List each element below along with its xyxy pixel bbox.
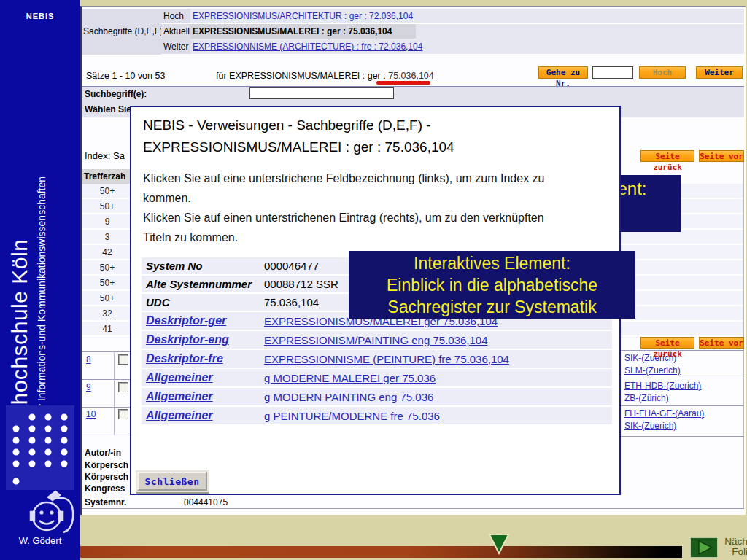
- group-divider: [621, 350, 744, 351]
- record-field-label: Körpersch: [85, 460, 128, 470]
- goto-number-button[interactable]: Gehe zu Nr.: [538, 66, 588, 79]
- record-number-link[interactable]: 10: [86, 409, 96, 419]
- close-button-plate: Schließen: [136, 470, 209, 492]
- field-value-link[interactable]: EXPRESSIONISM/PAINTING eng 75.036,104: [264, 334, 488, 346]
- author-name: W. Gödert: [0, 535, 80, 546]
- row-divider: [82, 407, 133, 408]
- field-label-link[interactable]: Deskriptor-eng: [146, 333, 229, 346]
- dialog-title-line2: EXPRESSIONISMUS/MALEREI : ger : 75.036,1…: [143, 136, 454, 158]
- dialog-title-line1: NEBIS - Verweisungen - Sachbegriffe (D,E…: [143, 114, 454, 136]
- smiley-robot-icon: [26, 489, 77, 538]
- sidebar: NEBIS Fachhochschule Köln Fakultät für I…: [0, 0, 80, 560]
- position-marker-down-icon: [487, 533, 511, 558]
- group-divider: [621, 405, 744, 406]
- table-row: Deskriptor-fre EXPRESSIONNISME (PEINTURE…: [142, 349, 612, 368]
- hit-count: 42: [82, 245, 133, 260]
- nav-key-column: Hoch Aktuell Weiter: [161, 9, 190, 55]
- org-title: Fachhochschule Köln: [5, 73, 34, 455]
- page-forward-button-top[interactable]: Seite vor: [699, 150, 744, 162]
- field-value-link[interactable]: g MODERNE MALEREI ger 75.036: [264, 372, 436, 384]
- nebis-logo: NEBIS: [0, 12, 80, 20]
- nav-link-hoch[interactable]: EXPRESSIONISMUS/ARCHITEKTUR : ger : 72.0…: [193, 11, 413, 21]
- library-link[interactable]: SIK-(Zuerich): [624, 421, 676, 431]
- dialog-instructions: Klicken Sie auf eine unterstrichene Feld…: [143, 168, 575, 247]
- group-divider: [621, 436, 744, 437]
- index-line: Index: Sa: [85, 150, 125, 161]
- record-divider: [82, 508, 744, 509]
- hit-count: 41: [82, 322, 133, 337]
- table-row: Allgemeiner g MODERNE MALEREI ger 75.036: [142, 368, 612, 387]
- group-divider: [621, 378, 744, 378]
- dots-icon: [6, 405, 74, 490]
- record-number-link[interactable]: 8: [86, 354, 91, 365]
- field-label-link[interactable]: Deskriptor-ger: [146, 314, 226, 327]
- library-link[interactable]: ZB-(Zürich): [624, 393, 669, 403]
- progress-gradient-bar: [80, 546, 682, 558]
- nav-key-weiter: Weiter: [161, 39, 190, 55]
- field-label-link[interactable]: Allgemeiner: [146, 371, 213, 384]
- nav-current-term: EXPRESSIONISMUS/MALEREI : ger : 75.036,1…: [190, 24, 416, 39]
- record-field-label: Kongress: [85, 483, 125, 494]
- field-label-link[interactable]: Deskriptor-fre: [146, 352, 223, 365]
- hit-count: 9: [82, 214, 133, 230]
- field-label-link[interactable]: Allgemeiner: [146, 390, 213, 402]
- next-slide-label-line1: Nächste: [718, 537, 747, 547]
- row-divider: [82, 379, 133, 380]
- close-button[interactable]: Schließen: [137, 472, 207, 491]
- table-row: Deskriptor-eng EXPRESSIONISM/PAINTING en…: [142, 330, 612, 349]
- library-link[interactable]: ETH-HDB-(Zuerich): [624, 381, 701, 391]
- field-value-link[interactable]: g PEINTURE/MODERNE fre 75.036: [264, 410, 440, 422]
- annotation-line: Sachregister zur Systematik: [349, 296, 635, 318]
- record-field-label: Systemnr.: [85, 497, 126, 508]
- hit-count: 50+: [82, 291, 133, 306]
- dialog-title: NEBIS - Verweisungen - Sachbegriffe (D,E…: [143, 114, 454, 158]
- next-slide-label[interactable]: Nächste Folie: [718, 537, 747, 557]
- page-forward-button-bottom[interactable]: Seite vor: [699, 337, 744, 349]
- result-context-prefix: für EXPRESSIONISMUS/MALEREI : ger :: [216, 71, 386, 81]
- annotation-line: Einblick in die alphabetische: [349, 274, 635, 296]
- library-link[interactable]: FH-FHA-GE-(Aarau): [624, 408, 704, 419]
- next-slide-button[interactable]: [690, 537, 718, 560]
- next-slide-label-line2: Folie: [718, 547, 747, 557]
- hit-count: 50+: [82, 199, 133, 214]
- search-row: Suchbegriff(e):: [82, 86, 744, 102]
- field-label: System No: [142, 257, 260, 275]
- page-back-button-bottom[interactable]: Seite zurück: [640, 337, 694, 349]
- hit-count: 50+: [82, 184, 133, 199]
- nav-key-aktuell: Aktuell: [161, 24, 190, 39]
- nav-value-column: EXPRESSIONISMUS/ARCHITEKTUR : ger : 72.0…: [190, 9, 744, 55]
- search-input[interactable]: [249, 87, 394, 99]
- hit-count: 3: [82, 230, 133, 245]
- red-underline-annotation: [376, 81, 430, 85]
- record-checkbox[interactable]: [118, 382, 128, 392]
- field-label: UDC: [142, 293, 260, 311]
- weiter-button[interactable]: Weiter: [696, 66, 743, 79]
- field-label: Alte Systemnummer: [142, 275, 260, 293]
- scope-label: Sachbegriffe (D,E,F): [82, 9, 161, 55]
- field-value-link[interactable]: EXPRESSIONNISME (PEINTURE) fre 75.036,10…: [264, 353, 509, 365]
- nav-link-weiter[interactable]: EXPRESSIONNISME (ARCHITECTURE) : fre : 7…: [193, 42, 422, 52]
- search-label: Suchbegriff(e):: [82, 87, 744, 102]
- instruction-text: Klicken Sie auf einen unterstrichenen Ei…: [143, 208, 575, 247]
- table-right-border: [743, 150, 744, 509]
- result-context: für EXPRESSIONISMUS/MALEREI : ger : 75.0…: [216, 71, 434, 81]
- record-field-label: Autor/-in: [85, 448, 121, 458]
- table-row: Allgemeiner g MODERN PAINTING eng 75.036: [142, 387, 612, 406]
- library-link[interactable]: SLM-(Zuerich): [624, 365, 681, 376]
- org-subtitle: Fakultät für Informations-und Kommunikat…: [34, 73, 49, 455]
- goto-number-input[interactable]: [592, 66, 633, 79]
- record-number-link[interactable]: 9: [86, 382, 91, 392]
- hits-header: Trefferzah: [82, 169, 133, 184]
- column-divider: [114, 351, 115, 435]
- field-label-link[interactable]: Allgemeiner: [146, 409, 213, 421]
- slide: NEBIS Fachhochschule Köln Fakultät für I…: [0, 0, 747, 560]
- hit-count: 32: [82, 306, 133, 322]
- record-system-number: 004441075: [184, 497, 228, 508]
- record-checkbox[interactable]: [118, 354, 128, 365]
- record-checkbox[interactable]: [118, 409, 128, 419]
- hoch-button[interactable]: Hoch: [639, 66, 686, 79]
- field-value-link[interactable]: g MODERN PAINTING eng 75.036: [264, 391, 433, 403]
- result-context-number: 75.036,104: [388, 71, 434, 81]
- annotation-box-front: Interaktives Element: Einblick in die al…: [349, 251, 635, 319]
- page-back-button-top[interactable]: Seite zurück: [640, 150, 694, 162]
